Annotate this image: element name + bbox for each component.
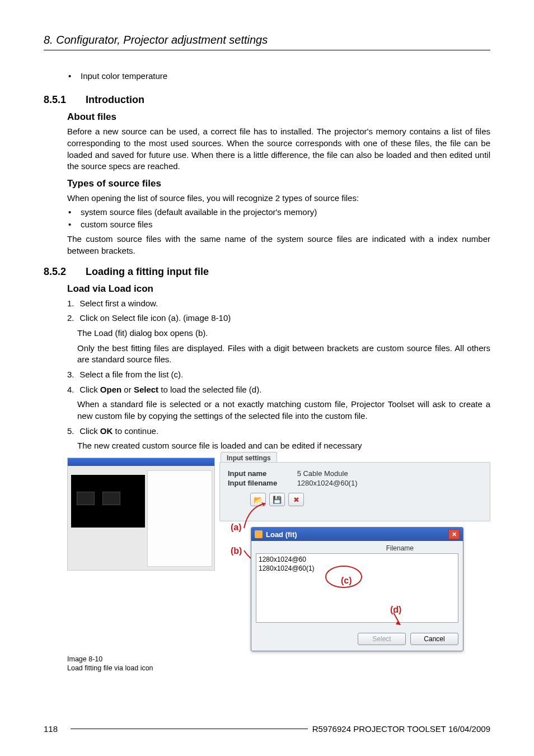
close-icon[interactable]: ✕ <box>448 529 460 539</box>
step-1-text: Select first a window. <box>79 298 158 308</box>
footer-rule <box>71 729 308 729</box>
step-5-sub-0: The new created custom source file is lo… <box>77 440 490 452</box>
step-4-post: to load the selected file (d). <box>158 385 261 394</box>
types-intro: When opening the list of source files, y… <box>67 193 490 204</box>
step-4: 4. Click Open or Select to load the sele… <box>67 384 490 422</box>
step-4-num: 4. <box>67 384 77 396</box>
section-852-title: Loading a fitting input file <box>86 266 209 277</box>
types-tail-paragraph: The custom source files with the same na… <box>67 234 490 256</box>
dialog-title: Load (fit) <box>266 530 297 539</box>
footer-right-text: R5976924 PROJECTOR TOOLSET 16/04/2009 <box>312 724 490 734</box>
figure-left-thumbnail <box>67 458 215 571</box>
step-4-mid: or <box>121 385 134 394</box>
section-851-number: 8.5.1 <box>44 94 83 106</box>
step-1: 1. Select first a window. <box>67 298 490 310</box>
step-3-text: Select a file from the list (c). <box>79 370 183 379</box>
about-files-paragraph: Before a new source can be used, a corre… <box>67 126 490 172</box>
step-4-bold-2: Select <box>134 385 158 394</box>
figure-caption-line-1: Image 8-10 <box>67 655 490 664</box>
load-via-icon-heading: Load via Load icon <box>67 283 490 295</box>
step-2-sub-1: Only the best fitting files are displaye… <box>77 343 490 366</box>
figure-caption-line-2: Load fitting file via load icon <box>67 664 490 673</box>
step-4-pre: Click <box>79 385 100 394</box>
load-fit-dialog: Load (fit) ✕ Filename 1280x1024@60 1280x… <box>251 527 463 651</box>
steps-list: 1. Select first a window. 2. Click on Se… <box>67 298 490 452</box>
step-1-num: 1. <box>67 298 77 310</box>
step-5: 5. Click OK to continue. The new created… <box>67 426 490 452</box>
step-2-sub-0: The Load (fit) dialog box opens (b). <box>77 328 490 339</box>
step-2-num: 2. <box>67 312 77 324</box>
section-852-number: 8.5.2 <box>44 266 83 278</box>
step-5-post: to continue. <box>113 426 158 436</box>
list-item[interactable]: 1280x1024@60(1) <box>259 564 456 573</box>
input-settings-panel: Input name 5 Cable Module Input filename… <box>219 462 490 521</box>
step-2: 2. Click on Select file icon (a). (image… <box>67 312 490 366</box>
page-footer: 118 R5976924 PROJECTOR TOOLSET 16/04/200… <box>44 724 490 734</box>
bullet-text: Input color temperature <box>81 71 167 82</box>
figure-caption: Image 8-10 Load fitting file via load ic… <box>67 655 490 673</box>
about-files-heading: About files <box>67 111 490 123</box>
section-852-heading: 8.5.2 Loading a fitting input file <box>44 266 490 278</box>
types-heading: Types of source files <box>67 178 490 189</box>
step-5-bold-1: OK <box>100 426 113 436</box>
step-5-num: 5. <box>67 426 77 437</box>
step-2-text: Click on Select file icon (a). (image 8-… <box>79 313 231 323</box>
dialog-title-icon <box>255 530 263 538</box>
input-filename-label: Input filename <box>228 479 295 487</box>
step-4-sub-0: When a standard file is selected or a no… <box>77 399 490 422</box>
types-item-0: • system source files (default available… <box>67 207 490 218</box>
bullet-dot-icon: • <box>67 207 81 218</box>
figure-8-10: Input settings Input name 5 Cable Module… <box>67 458 490 651</box>
head-rule <box>44 50 490 50</box>
step-4-bold-1: Open <box>100 385 121 394</box>
save-file-icon[interactable]: 💾 <box>269 493 285 506</box>
annotation-a: (a) <box>231 522 242 533</box>
step-5-pre: Click <box>79 426 100 436</box>
figure-right-panel: Input settings Input name 5 Cable Module… <box>219 458 490 651</box>
section-851-heading: 8.5.1 Introduction <box>44 94 490 106</box>
input-name-value: 5 Cable Module <box>297 469 348 478</box>
file-listbox[interactable]: 1280x1024@60 1280x1024@60(1) <box>256 553 458 623</box>
input-name-label: Input name <box>228 469 295 478</box>
types-item-1-text: custom source files <box>81 219 152 230</box>
types-item-1: • custom source files <box>67 219 490 230</box>
bullet-dot-icon: • <box>67 71 81 82</box>
delete-file-icon[interactable]: ✖ <box>288 493 304 506</box>
step-3: 3. Select a file from the list (c). <box>67 369 490 381</box>
step-3-num: 3. <box>67 369 77 381</box>
input-settings-toolbar: 📂 💾 ✖ <box>250 493 482 506</box>
list-item[interactable]: 1280x1024@60 <box>259 555 456 564</box>
page-number: 118 <box>44 724 66 734</box>
running-head: 8. Configurator, Projector adjustment se… <box>44 34 490 46</box>
cancel-button[interactable]: Cancel <box>410 633 458 645</box>
filename-column-header: Filename <box>256 544 458 552</box>
input-filename-value: 1280x1024@60(1) <box>297 479 358 487</box>
annotation-b: (b) <box>231 546 242 556</box>
select-file-icon[interactable]: 📂 <box>250 493 266 506</box>
select-button[interactable]: Select <box>358 633 406 645</box>
dialog-titlebar[interactable]: Load (fit) ✕ <box>251 528 463 541</box>
bullet-dot-icon: • <box>67 219 81 230</box>
types-item-0-text: system source files (default available i… <box>81 207 317 218</box>
section-851-title: Introduction <box>86 94 144 105</box>
bullet-input-color-temperature: • Input color temperature <box>67 71 490 82</box>
